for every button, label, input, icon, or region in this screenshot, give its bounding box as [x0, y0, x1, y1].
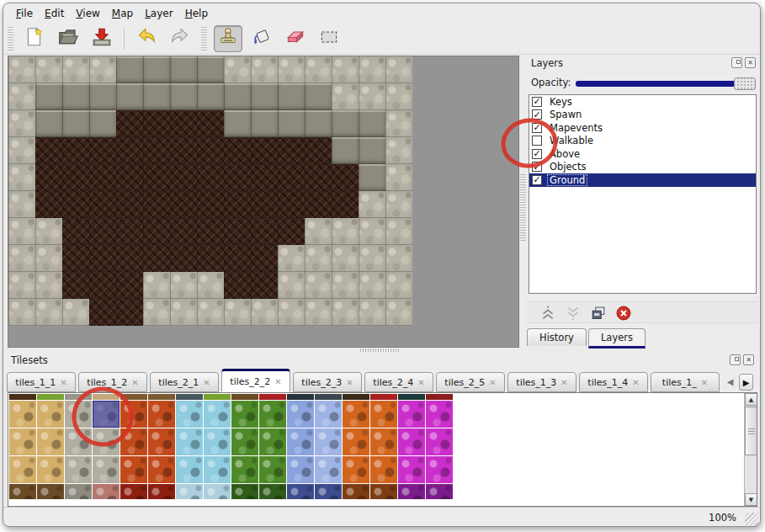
map-tile-rock[interactable]: [278, 56, 305, 83]
map-tile-rock[interactable]: [8, 191, 35, 218]
map-tile-cave-floor[interactable]: [35, 191, 62, 218]
palette-tile[interactable]: [370, 428, 397, 455]
map-tile-cliff-wall[interactable]: [332, 110, 359, 137]
palette-tile[interactable]: [65, 484, 92, 499]
map-tile-cliff-wall[interactable]: [305, 83, 332, 110]
palette-tile[interactable]: [65, 428, 92, 455]
layer-row-ground[interactable]: ✓Ground: [529, 173, 756, 187]
map-tile-cave-floor[interactable]: [116, 191, 143, 218]
map-tile-cliff-wall[interactable]: [305, 110, 332, 137]
map-tile-rock[interactable]: [8, 164, 35, 191]
dock-tab-layers[interactable]: Layers: [588, 328, 645, 348]
open-button[interactable]: [54, 25, 82, 52]
map-tile-cliff-wall[interactable]: [116, 56, 143, 83]
close-tab-icon[interactable]: ✕: [489, 378, 496, 387]
map-tile-cave-floor[interactable]: [332, 164, 359, 191]
map-tile-cliff-wall[interactable]: [170, 83, 197, 110]
map-tile-cave-floor[interactable]: [170, 137, 197, 164]
close-tab-icon[interactable]: ✕: [203, 378, 210, 387]
map-tile-cave-floor[interactable]: [278, 137, 305, 164]
palette-tile[interactable]: [37, 394, 64, 400]
map-tile-cave-floor[interactable]: [116, 110, 143, 137]
map-tile-cliff-wall[interactable]: [116, 83, 143, 110]
map-tile-cave-floor[interactable]: [170, 218, 197, 245]
scroll-up-icon[interactable]: ▲: [745, 393, 757, 406]
map-tile-cave-floor[interactable]: [89, 272, 116, 299]
map-tile-rock[interactable]: [305, 245, 332, 272]
map-tile-cliff-wall[interactable]: [170, 56, 197, 83]
palette-tile[interactable]: [204, 401, 231, 428]
close-tab-icon[interactable]: ✕: [131, 378, 138, 387]
map-tile-cliff-wall[interactable]: [332, 137, 359, 164]
palette-tile[interactable]: [231, 394, 258, 400]
map-tile-cliff-wall[interactable]: [197, 56, 224, 83]
scrollbar-thumb[interactable]: [745, 407, 757, 455]
palette-tile[interactable]: [9, 456, 36, 483]
map-tile-cave-floor[interactable]: [251, 191, 278, 218]
palette-tile[interactable]: [148, 401, 175, 428]
select-button[interactable]: [315, 25, 343, 52]
eraser-button[interactable]: [281, 25, 310, 52]
tileset-tab-tiles_2_2[interactable]: tiles_2_2✕: [221, 369, 290, 392]
above-visibility-checkbox[interactable]: ✓: [532, 149, 542, 159]
map-tile-rock[interactable]: [385, 110, 412, 137]
map-tile-cave-floor[interactable]: [332, 191, 359, 218]
map-tile-cave-floor[interactable]: [251, 137, 278, 164]
map-tile-rock[interactable]: [143, 272, 170, 299]
map-tile-rock[interactable]: [8, 110, 35, 137]
palette-tile[interactable]: [343, 456, 369, 483]
palette-tile[interactable]: [65, 456, 92, 483]
map-tile-cliff-wall[interactable]: [35, 83, 62, 110]
palette-tile[interactable]: [315, 401, 342, 428]
map-tile-cave-floor[interactable]: [116, 272, 143, 299]
map-tile-cliff-wall[interactable]: [224, 83, 251, 110]
map-tile-cave-floor[interactable]: [305, 191, 332, 218]
palette-tile[interactable]: [398, 428, 425, 455]
stamp-button[interactable]: [214, 25, 242, 52]
palette-tile[interactable]: [204, 394, 231, 400]
palette-tile[interactable]: [259, 401, 286, 428]
menu-edit[interactable]: Edit: [39, 5, 70, 22]
map-tile-cave-floor[interactable]: [197, 245, 224, 272]
map-tile-cave-floor[interactable]: [170, 110, 197, 137]
map-tile-rock[interactable]: [305, 299, 332, 326]
palette-tile[interactable]: [231, 401, 258, 428]
palette-tile[interactable]: [93, 484, 120, 499]
walkable-visibility-checkbox[interactable]: [532, 136, 542, 146]
map-tile-cliff-wall[interactable]: [359, 137, 385, 164]
tileset-tab-tiles_1_3[interactable]: tiles_1_3✕: [507, 372, 576, 392]
map-tile-rock[interactable]: [35, 218, 62, 245]
map-tile-rock[interactable]: [385, 56, 412, 83]
delete-layer-icon[interactable]: [614, 304, 633, 322]
layer-row-spawn[interactable]: ✓Spawn: [529, 109, 756, 122]
palette-tile[interactable]: [343, 401, 369, 428]
float-panel-icon[interactable]: [731, 57, 742, 68]
map-tile-cliff-wall[interactable]: [278, 83, 305, 110]
tab-scroll-right-icon[interactable]: ▶: [739, 374, 753, 391]
layer-row-above[interactable]: ✓Above: [529, 147, 756, 161]
palette-tile[interactable]: [65, 401, 92, 428]
palette-tile[interactable]: [176, 428, 203, 455]
palette-tile[interactable]: [398, 456, 425, 483]
mapevents-visibility-checkbox[interactable]: ✓: [532, 123, 542, 133]
map-tile-rock[interactable]: [8, 245, 35, 272]
duplicate-layer-icon[interactable]: [589, 304, 608, 322]
map-tile-cave-floor[interactable]: [251, 164, 278, 191]
menu-layer[interactable]: Layer: [139, 5, 178, 22]
palette-tile[interactable]: [426, 394, 453, 400]
tileset-tab-tiles_2_5[interactable]: tiles_2_5✕: [436, 372, 505, 392]
map-tile-cave-floor[interactable]: [89, 164, 116, 191]
palette-tile[interactable]: [37, 456, 64, 483]
map-tile-cliff-wall[interactable]: [143, 83, 170, 110]
tileset-tab-tiles_1_1[interactable]: tiles_1_1✕: [7, 372, 76, 392]
map-tile-cliff-wall[interactable]: [143, 56, 170, 83]
map-tile-rock[interactable]: [305, 56, 332, 83]
map-tile-cliff-wall[interactable]: [278, 110, 305, 137]
map-tile-cave-floor[interactable]: [170, 191, 197, 218]
map-tile-cave-floor[interactable]: [197, 110, 224, 137]
map-tile-cave-floor[interactable]: [116, 164, 143, 191]
close-tab-icon[interactable]: ✕: [417, 378, 424, 387]
map-tile-rock[interactable]: [8, 218, 35, 245]
map-tile-rock[interactable]: [305, 218, 332, 245]
layer-row-objects[interactable]: ✓Objects: [529, 161, 756, 174]
